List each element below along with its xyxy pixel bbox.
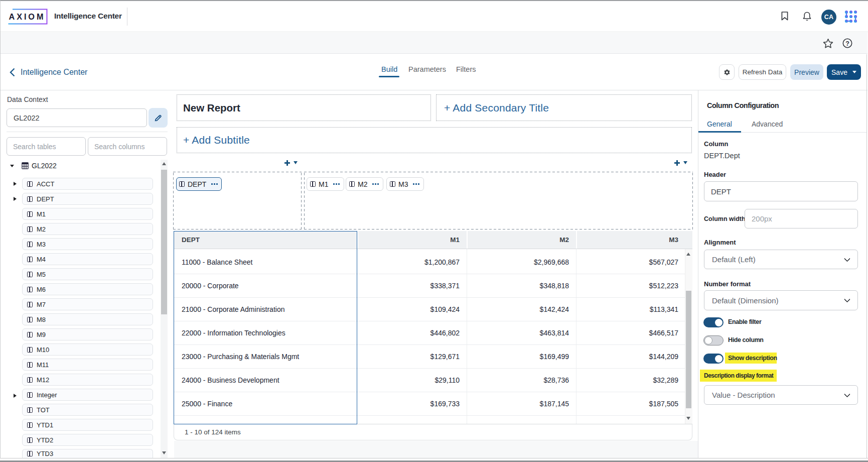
svg-text:AXIOM: AXIOM (9, 12, 46, 21)
svg-text:?: ? (845, 40, 849, 47)
